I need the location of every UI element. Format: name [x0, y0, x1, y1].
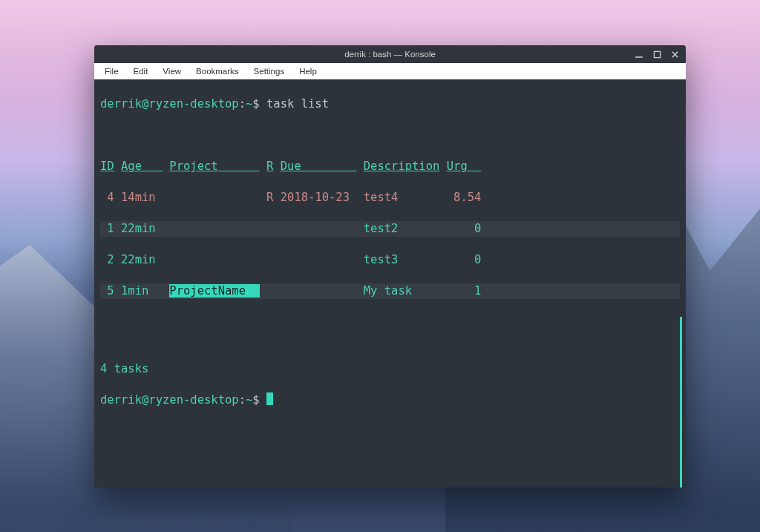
cell-description: test2: [364, 222, 440, 235]
cell-due: [281, 222, 357, 235]
col-header-age: Age: [121, 160, 163, 173]
scrollbar-indicator[interactable]: [680, 317, 682, 487]
col-header-r: R: [266, 160, 273, 173]
cell-id: 2: [100, 253, 114, 266]
blank-line: [100, 128, 680, 143]
col-header-description: Description: [364, 160, 440, 173]
window-title: derrik : bash — Konsole: [344, 50, 436, 59]
cell-due: 2018-10-23: [281, 191, 357, 204]
table-row: 5 1min ProjectName My task 1: [100, 283, 680, 299]
prompt-symbol: $: [252, 393, 259, 407]
prompt-user-host: derrik@ryzen-desktop: [100, 393, 239, 407]
cell-age: 1min: [121, 284, 163, 298]
desktop-wallpaper: derrik : bash — Konsole FileEditViewBook…: [0, 0, 760, 532]
window-controls: [634, 45, 680, 63]
menubar: FileEditViewBookmarksSettingsHelp: [94, 63, 686, 79]
typed-command: task list: [266, 97, 329, 111]
minimize-button[interactable]: [634, 49, 644, 59]
prompt-dir: ~: [246, 97, 252, 111]
cell-project: ProjectName: [169, 284, 259, 298]
cursor-icon: [266, 393, 273, 405]
menu-item-help[interactable]: Help: [293, 65, 323, 77]
cell-urg: 1: [447, 284, 482, 298]
prompt-dir: ~: [246, 393, 252, 407]
table-row: 4 14min R 2018-10-23 test4 8.54: [100, 190, 680, 206]
cell-r: [266, 284, 273, 298]
terminal-body[interactable]: derrik@ryzen-desktop:~$ task list ID Age…: [94, 79, 686, 487]
prompt-symbol: $: [252, 97, 259, 111]
table-header-row: ID Age Project R Due Description Urg: [100, 159, 680, 174]
cell-r: [266, 253, 273, 266]
cell-id: 4: [100, 191, 114, 204]
terminal-window: derrik : bash — Konsole FileEditViewBook…: [94, 45, 686, 487]
prompt-line: derrik@ryzen-desktop:~$ task list: [100, 96, 680, 112]
cell-r: R: [266, 191, 273, 204]
menu-item-settings[interactable]: Settings: [248, 65, 291, 77]
cell-project: [169, 222, 259, 235]
col-header-id: ID: [100, 160, 114, 173]
cell-description: test4: [364, 191, 440, 204]
cell-age: 22min: [121, 253, 163, 266]
menu-item-file[interactable]: File: [99, 65, 125, 77]
menu-item-edit[interactable]: Edit: [128, 65, 154, 77]
prompt-user-host: derrik@ryzen-desktop: [100, 97, 239, 111]
cell-description: test3: [364, 253, 440, 266]
prompt-separator: :: [239, 97, 246, 111]
cell-age: 14min: [121, 191, 163, 204]
cell-age: 22min: [121, 222, 163, 235]
svg-rect-1: [654, 51, 660, 57]
titlebar[interactable]: derrik : bash — Konsole: [94, 45, 686, 63]
cell-r: [266, 222, 273, 235]
cell-id: 1: [100, 222, 114, 235]
close-button[interactable]: [669, 49, 680, 59]
cell-due: [281, 253, 357, 266]
col-header-urg: Urg: [447, 160, 482, 173]
cell-urg: 0: [447, 222, 482, 235]
table-row: 1 22min test2 0: [100, 221, 680, 237]
prompt-separator: :: [239, 393, 246, 407]
cell-urg: 8.54: [447, 191, 482, 204]
col-header-project: Project: [169, 160, 259, 173]
prompt-line: derrik@ryzen-desktop:~$: [100, 393, 680, 408]
cell-due: [281, 284, 357, 298]
maximize-button[interactable]: [652, 49, 662, 59]
cell-project: [169, 253, 259, 266]
cell-description: My task: [364, 284, 440, 298]
task-summary: 4 tasks: [100, 361, 680, 377]
table-row: 2 22min test3 0: [100, 252, 680, 268]
menu-item-bookmarks[interactable]: Bookmarks: [190, 65, 245, 77]
cell-id: 5: [100, 284, 114, 298]
col-header-due: Due: [281, 160, 357, 173]
blank-line: [100, 330, 680, 346]
menu-item-view[interactable]: View: [157, 65, 187, 77]
cell-project: [169, 191, 259, 204]
cell-urg: 0: [447, 253, 482, 266]
